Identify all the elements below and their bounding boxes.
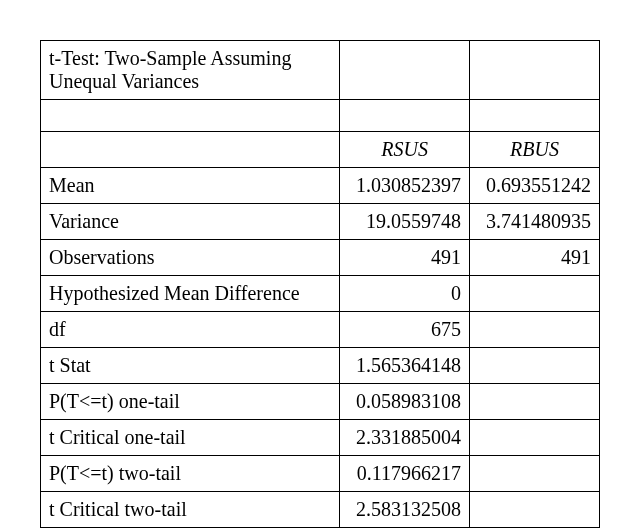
empty-cell [41,132,340,168]
table-row: t Critical one-tail 2.331885004 [41,420,600,456]
table-row: Mean 1.030852397 0.693551242 [41,168,600,204]
row-value: 675 [340,312,470,348]
row-value: 0.693551242 [470,168,600,204]
spacer-row [41,100,600,132]
table-row: t Stat 1.565364148 [41,348,600,384]
t-test-table: t-Test: Two-Sample Assuming Unequal Vari… [40,40,600,528]
row-label: Mean [41,168,340,204]
row-label: t Critical two-tail [41,492,340,528]
row-label: Variance [41,204,340,240]
row-label: t Stat [41,348,340,384]
row-value: 2.331885004 [340,420,470,456]
row-value [470,420,600,456]
row-value [470,312,600,348]
table-title: t-Test: Two-Sample Assuming Unequal Vari… [41,41,340,100]
row-value [470,456,600,492]
header-row: RSUS RBUS [41,132,600,168]
table-row: df 675 [41,312,600,348]
row-label: P(T<=t) two-tail [41,456,340,492]
row-value: 0.058983108 [340,384,470,420]
row-value: 491 [470,240,600,276]
column-header-1: RSUS [340,132,470,168]
table-row: Variance 19.0559748 3.741480935 [41,204,600,240]
empty-cell [41,100,340,132]
empty-cell [340,41,470,100]
table-row: P(T<=t) one-tail 0.058983108 [41,384,600,420]
row-value [470,384,600,420]
table-row: Observations 491 491 [41,240,600,276]
row-value: 491 [340,240,470,276]
title-row: t-Test: Two-Sample Assuming Unequal Vari… [41,41,600,100]
empty-cell [470,41,600,100]
empty-cell [470,100,600,132]
row-label: Hypothesized Mean Difference [41,276,340,312]
row-value: 2.583132508 [340,492,470,528]
row-value: 1.565364148 [340,348,470,384]
row-value [470,348,600,384]
row-value [470,492,600,528]
column-header-2: RBUS [470,132,600,168]
empty-cell [340,100,470,132]
table-row: Hypothesized Mean Difference 0 [41,276,600,312]
row-value [470,276,600,312]
row-value: 0.117966217 [340,456,470,492]
row-label: P(T<=t) one-tail [41,384,340,420]
row-value: 19.0559748 [340,204,470,240]
table-row: t Critical two-tail 2.583132508 [41,492,600,528]
row-label: t Critical one-tail [41,420,340,456]
table-row: P(T<=t) two-tail 0.117966217 [41,456,600,492]
row-label: Observations [41,240,340,276]
row-label: df [41,312,340,348]
row-value: 3.741480935 [470,204,600,240]
row-value: 0 [340,276,470,312]
row-value: 1.030852397 [340,168,470,204]
